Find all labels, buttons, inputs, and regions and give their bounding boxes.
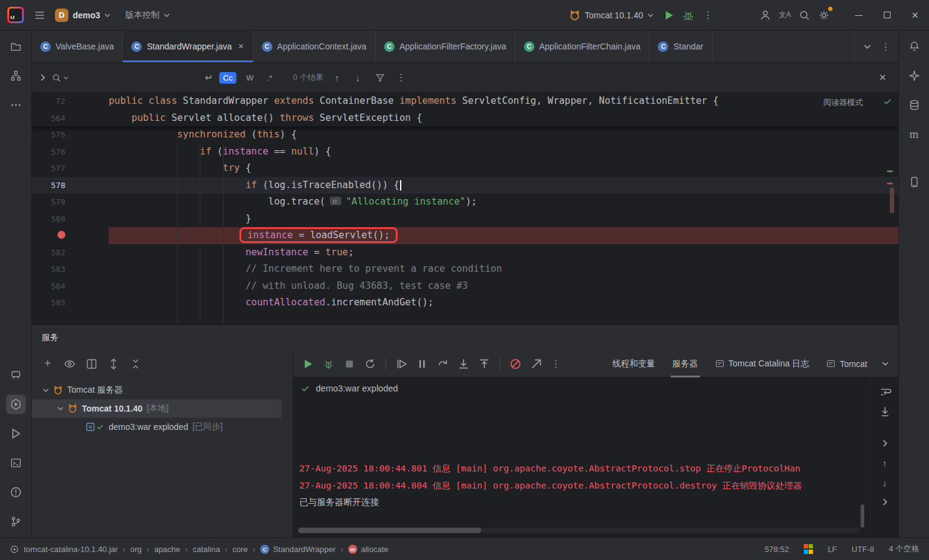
line-number[interactable]: 578 — [32, 177, 109, 194]
soft-wrap-icon[interactable] — [876, 384, 894, 401]
restart-icon[interactable] — [362, 354, 379, 374]
settings-gear-icon[interactable] — [814, 5, 834, 25]
expand-console-icon[interactable] — [876, 435, 894, 452]
error-stripe[interactable] — [887, 126, 895, 324]
expand-search-icon[interactable] — [40, 74, 45, 81]
line-number[interactable]: 585 — [32, 294, 109, 311]
filter-search-icon[interactable] — [375, 73, 385, 83]
main-menu-icon[interactable] — [30, 5, 49, 25]
device-manager-icon[interactable] — [905, 172, 924, 192]
resume-icon[interactable] — [393, 354, 410, 374]
close-button[interactable]: ✕ — [901, 0, 929, 30]
editor-tab[interactable]: CStandardWrapper.java✕ — [123, 31, 253, 62]
problems-tool-icon[interactable] — [6, 482, 26, 502]
console-more-icon[interactable]: ⋮ — [548, 354, 563, 374]
breadcrumb-item[interactable]: org — [130, 545, 142, 554]
more-actions-icon[interactable]: ⋮ — [698, 5, 718, 25]
line-number[interactable]: 72 — [32, 93, 109, 110]
reader-mode-label[interactable]: 阅读器模式 — [823, 97, 863, 108]
inspection-ok-icon[interactable] — [883, 96, 892, 106]
run-configuration-selector[interactable]: Tomcat 10.1.40 — [564, 7, 659, 24]
chevron-down-icon[interactable] — [57, 407, 64, 410]
line-number[interactable]: 580 — [32, 211, 109, 228]
vcs-widget[interactable]: 版本控制 — [120, 7, 175, 24]
newline-icon[interactable] — [203, 73, 213, 82]
tree-node-tomcat-servers[interactable]: Tomcat 服务器 — [32, 381, 293, 399]
close-search-icon[interactable]: ✕ — [875, 72, 890, 83]
git-tool-icon[interactable] — [6, 512, 26, 531]
hidden-tabs-chevron-icon[interactable] — [859, 37, 875, 56]
pause-icon[interactable] — [413, 354, 431, 374]
match-case-toggle[interactable]: Cc — [219, 72, 236, 84]
tree-node-tomcat-server[interactable]: Tomcat 10.1.40 [本地] — [32, 399, 282, 418]
editor[interactable]: 575 synchronized (this) {576 if (instanc… — [32, 126, 898, 324]
project-tool-icon[interactable] — [6, 37, 26, 56]
tab-threads-variables[interactable]: 线程和变量 — [606, 351, 662, 377]
maven-icon[interactable]: m — [905, 125, 924, 144]
editor-tab[interactable]: CValveBase.java — [32, 31, 123, 62]
breadcrumb-item[interactable]: tomcat-catalina-10.1.40.jar — [24, 545, 118, 554]
next-occurrence-icon[interactable]: ↓ — [351, 73, 365, 83]
open-in-new-tab-icon[interactable] — [83, 354, 100, 374]
stop-icon[interactable] — [341, 354, 358, 374]
whole-words-toggle[interactable]: W — [242, 72, 257, 84]
more-tool-windows-icon[interactable] — [6, 95, 26, 115]
search-options-icon[interactable]: ⋮ — [394, 72, 409, 83]
structure-tool-icon[interactable] — [6, 66, 26, 85]
horizontal-scrollbar[interactable] — [298, 528, 860, 533]
editor-tab[interactable]: CApplicationFilterChain.java — [516, 31, 650, 62]
build-tool-icon[interactable] — [6, 365, 26, 385]
add-service-icon[interactable]: + — [39, 354, 56, 374]
indent-setting[interactable]: 4 个空格 — [889, 544, 919, 555]
scroll-up-icon[interactable]: ↑ — [876, 454, 894, 471]
undeploy-icon[interactable] — [476, 354, 493, 374]
editor-tab[interactable]: CApplicationContext.java — [253, 31, 376, 62]
debug-server-icon[interactable] — [320, 354, 337, 374]
caret-position[interactable]: 578:52 — [765, 545, 789, 554]
tab-server[interactable]: 服务器 — [666, 351, 705, 377]
minimize-button[interactable]: — — [845, 0, 873, 30]
collapse-all-icon[interactable] — [127, 354, 144, 374]
breadcrumb-item[interactable]: apache — [154, 545, 180, 554]
project-selector[interactable]: D demo3 — [49, 5, 116, 25]
tabs-chevron-icon[interactable] — [878, 354, 892, 374]
scroll-down-icon[interactable]: ↓ — [876, 474, 894, 491]
scrollbar-thumb[interactable] — [298, 528, 481, 533]
expand-all-icon[interactable] — [105, 354, 122, 374]
breadcrumb-item[interactable]: mallocate — [348, 545, 388, 554]
breadcrumb-item[interactable]: catalina — [192, 545, 220, 554]
editor-tab[interactable]: CApplicationFilterFactory.java — [376, 31, 516, 62]
line-number[interactable]: 575 — [32, 126, 109, 144]
chevron-down-icon[interactable] — [43, 388, 49, 392]
update-application-icon[interactable] — [434, 354, 451, 374]
line-number[interactable]: 584 — [32, 278, 109, 295]
maximize-button[interactable] — [873, 0, 901, 30]
regex-toggle[interactable]: .* — [263, 72, 276, 84]
ai-assistant-icon[interactable] — [905, 66, 924, 85]
tab-tomcat-log[interactable]: Tomcat — [820, 351, 874, 377]
close-tab-icon[interactable]: ✕ — [238, 42, 244, 51]
scrollbar-thumb[interactable] — [890, 187, 894, 213]
line-number[interactable] — [32, 227, 109, 244]
line-number[interactable]: 582 — [32, 244, 109, 261]
database-icon[interactable] — [905, 95, 924, 115]
line-number[interactable]: 579 — [32, 194, 109, 211]
breadcrumb-item[interactable]: core — [233, 545, 248, 554]
search-icon[interactable] — [51, 73, 68, 83]
rerun-server-icon[interactable] — [299, 354, 316, 374]
mute-breakpoints-icon[interactable] — [507, 354, 524, 374]
tree-node-artifact[interactable]: demo3:war exploded [已同步] — [32, 418, 293, 436]
tab-options-icon[interactable]: ⋮ — [878, 37, 894, 56]
line-number[interactable]: 576 — [32, 144, 109, 161]
vertical-scrollbar[interactable] — [861, 504, 864, 528]
tab-catalina-log[interactable]: Tomcat Catalina 日志 — [709, 351, 816, 377]
search-everywhere-icon[interactable] — [795, 5, 814, 25]
terminal-tool-icon[interactable] — [6, 453, 26, 473]
previous-occurrence-icon[interactable]: ↑ — [330, 73, 344, 83]
run-tool-icon[interactable] — [6, 424, 26, 443]
services-tool-icon[interactable] — [6, 395, 26, 414]
notifications-bell-icon[interactable] — [905, 37, 924, 56]
debug-button[interactable] — [679, 5, 698, 25]
breadcrumb-item[interactable]: CStandardWrapper — [260, 545, 335, 554]
deploy-icon[interactable] — [455, 354, 472, 374]
